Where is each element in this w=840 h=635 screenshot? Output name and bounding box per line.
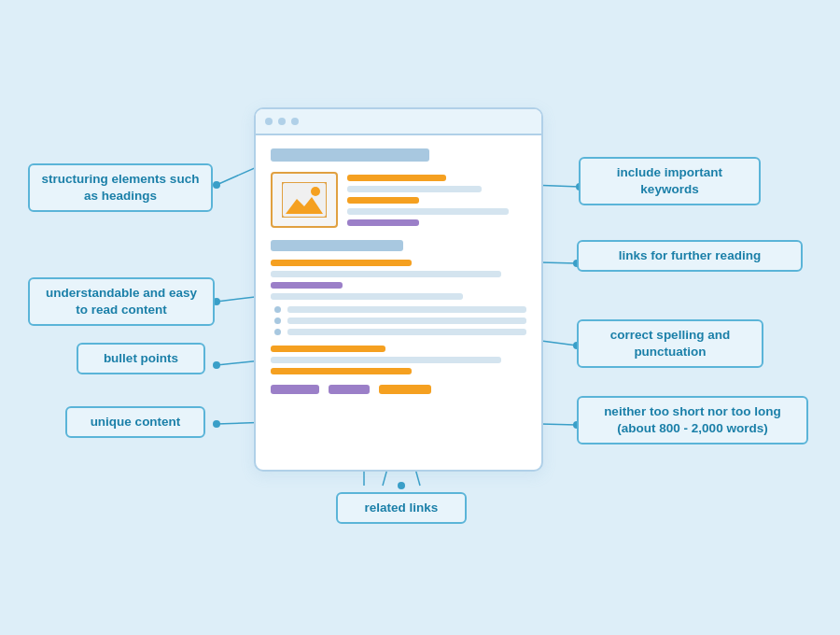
line-orange-1 bbox=[347, 175, 446, 181]
bullet-dot-1 bbox=[274, 306, 281, 313]
line-purple-1 bbox=[347, 219, 419, 226]
link-bar-purple-1 bbox=[271, 385, 319, 394]
browser-mockup bbox=[254, 107, 543, 472]
link-bar-orange bbox=[379, 385, 431, 394]
svg-point-8 bbox=[398, 482, 405, 489]
bullet-row-2 bbox=[271, 318, 526, 324]
line-gray-5 bbox=[271, 357, 501, 363]
bullet-line-1 bbox=[287, 306, 526, 313]
line-gray-3 bbox=[271, 271, 501, 277]
line-orange-3 bbox=[271, 260, 412, 266]
label-include-keywords: include important keywords bbox=[579, 157, 761, 205]
svg-point-6 bbox=[213, 420, 220, 428]
image-icon bbox=[282, 182, 327, 218]
line-gray-4 bbox=[271, 293, 463, 300]
bullet-dot-2 bbox=[274, 318, 281, 324]
bullet-row-1 bbox=[271, 306, 526, 313]
svg-point-0 bbox=[213, 181, 220, 189]
line-orange-4 bbox=[271, 346, 385, 352]
line-gray-2 bbox=[347, 208, 509, 215]
browser-content bbox=[256, 135, 541, 403]
line-orange-2 bbox=[347, 197, 419, 204]
text-lines-top bbox=[347, 172, 526, 228]
line-gray-1 bbox=[347, 186, 482, 192]
label-related-links: related links bbox=[336, 492, 467, 524]
label-links-further: links for further reading bbox=[577, 240, 803, 272]
subheading-bar bbox=[271, 240, 403, 251]
line-purple-2 bbox=[271, 282, 343, 289]
svg-point-4 bbox=[213, 361, 220, 369]
browser-bar bbox=[256, 109, 541, 135]
page-title-bar bbox=[271, 148, 429, 162]
label-neither-too-short: neither too short nor too long (about 80… bbox=[577, 396, 808, 444]
line-orange-5 bbox=[271, 368, 412, 374]
bullet-line-3 bbox=[287, 329, 526, 335]
text-lines-mid bbox=[271, 260, 526, 300]
bullet-dot-3 bbox=[274, 329, 281, 335]
text-lines-lower bbox=[271, 346, 526, 374]
label-unique-content: unique content bbox=[65, 406, 205, 438]
label-structuring-elements: structuring elements such as headings bbox=[28, 163, 213, 212]
browser-dot-2 bbox=[278, 118, 286, 125]
bottom-links bbox=[271, 385, 526, 394]
content-row-with-image bbox=[271, 172, 526, 228]
bullet-row-3 bbox=[271, 329, 526, 335]
label-understandable: understandable and easy to read content bbox=[28, 277, 215, 326]
bullet-line-2 bbox=[287, 318, 526, 324]
image-placeholder bbox=[271, 172, 338, 228]
svg-point-26 bbox=[311, 187, 320, 196]
browser-dot-1 bbox=[265, 118, 273, 125]
link-bar-purple-2 bbox=[329, 385, 370, 394]
label-correct-spelling: correct spelling and punctuation bbox=[577, 319, 763, 368]
browser-dot-3 bbox=[291, 118, 299, 125]
label-bullet-points: bullet points bbox=[77, 343, 205, 374]
bullet-section bbox=[271, 306, 526, 335]
